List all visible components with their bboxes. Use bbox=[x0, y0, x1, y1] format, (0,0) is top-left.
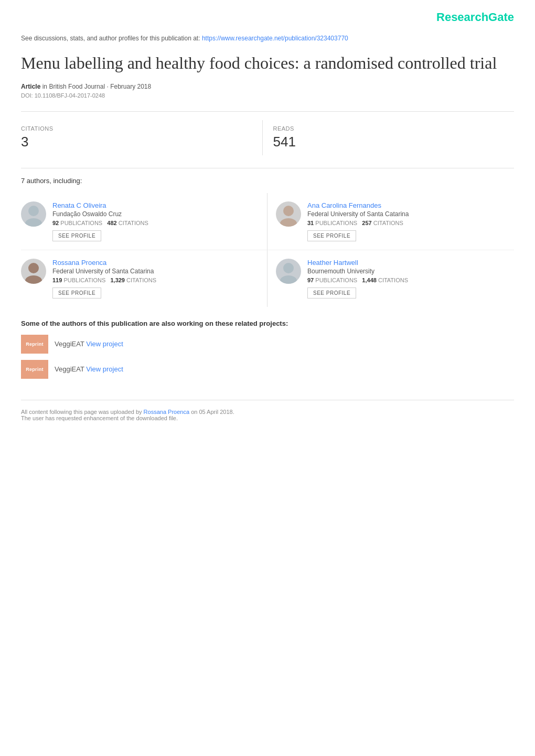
header-logo-area: ResearchGate bbox=[21, 10, 514, 24]
author-info: Renata C Oliveira Fundação Oswaldo Cruz … bbox=[52, 201, 259, 241]
authors-heading: 7 authors, including: bbox=[21, 177, 514, 185]
project-thumbnail: Reprint bbox=[21, 335, 48, 354]
stats-row: CITATIONS 3 READS 541 bbox=[21, 120, 514, 155]
authors-divider bbox=[21, 168, 514, 168]
citations-value: 3 bbox=[21, 134, 252, 150]
footer-line1: All content following this page was uplo… bbox=[21, 409, 514, 415]
svg-point-7 bbox=[280, 275, 297, 284]
author-affiliation: Federal University of Santa Catarina bbox=[52, 268, 259, 275]
author-info: Ana Carolina Fernandes Federal Universit… bbox=[307, 201, 506, 241]
authors-section: 7 authors, including: Renata C Oliveira … bbox=[21, 177, 514, 307]
see-profile-button[interactable]: SEE PROFILE bbox=[52, 288, 101, 299]
author-stats: 97 PUBLICATIONS 1,448 CITATIONS bbox=[307, 277, 506, 283]
reads-value: 541 bbox=[273, 134, 504, 150]
project-item: Reprint VeggiEAT View project bbox=[21, 335, 514, 354]
author-card: Ana Carolina Fernandes Federal Universit… bbox=[268, 193, 514, 250]
project-name: VeggiEAT View project bbox=[55, 365, 123, 373]
article-doi: DOI: 10.1108/BFJ-04-2017-0248 bbox=[21, 92, 514, 99]
related-projects-section: Some of the authors of this publication … bbox=[21, 320, 514, 379]
author-affiliation: Bournemouth University bbox=[307, 268, 506, 275]
author-affiliation: Fundação Oswaldo Cruz bbox=[52, 210, 259, 218]
stats-divider bbox=[21, 111, 514, 112]
reads-block: READS 541 bbox=[263, 120, 515, 155]
author-card: Renata C Oliveira Fundação Oswaldo Cruz … bbox=[21, 193, 268, 250]
svg-point-0 bbox=[28, 206, 39, 216]
author-info: Rossana Proenca Federal University of Sa… bbox=[52, 259, 259, 299]
author-card: Rossana Proenca Federal University of Sa… bbox=[21, 250, 268, 307]
avatar bbox=[276, 201, 301, 227]
avatar bbox=[21, 259, 46, 284]
author-stats: 119 PUBLICATIONS 1,329 CITATIONS bbox=[52, 277, 259, 283]
uploader-link[interactable]: Rossana Proenca bbox=[144, 409, 189, 415]
see-profile-button[interactable]: SEE PROFILE bbox=[307, 288, 356, 299]
avatar bbox=[21, 201, 46, 227]
project-item: Reprint VeggiEAT View project bbox=[21, 360, 514, 379]
svg-point-1 bbox=[25, 218, 42, 227]
see-discussion-bar: See discussions, stats, and author profi… bbox=[21, 35, 514, 42]
author-stats: 92 PUBLICATIONS 482 CITATIONS bbox=[52, 220, 259, 226]
svg-point-6 bbox=[283, 263, 294, 273]
citations-block: CITATIONS 3 bbox=[21, 120, 263, 155]
author-card: Heather Hartwell Bournemouth University … bbox=[268, 250, 514, 307]
researchgate-logo: ResearchGate bbox=[436, 10, 514, 24]
reads-label: READS bbox=[273, 125, 504, 132]
see-profile-button[interactable]: SEE PROFILE bbox=[52, 230, 101, 241]
author-name[interactable]: Renata C Oliveira bbox=[52, 201, 259, 209]
author-info: Heather Hartwell Bournemouth University … bbox=[307, 259, 506, 299]
svg-point-4 bbox=[28, 263, 39, 273]
see-profile-button[interactable]: SEE PROFILE bbox=[307, 230, 356, 241]
author-name[interactable]: Rossana Proenca bbox=[52, 259, 259, 267]
author-name[interactable]: Heather Hartwell bbox=[307, 259, 506, 267]
project-thumbnail: Reprint bbox=[21, 360, 48, 379]
discussion-url-link[interactable]: https://www.researchgate.net/publication… bbox=[202, 35, 348, 42]
footer-line2: The user has requested enhancement of th… bbox=[21, 415, 514, 421]
article-title: Menu labelling and healthy food choices:… bbox=[21, 52, 514, 74]
svg-point-5 bbox=[25, 275, 42, 284]
footer: All content following this page was uplo… bbox=[21, 400, 514, 421]
avatar bbox=[276, 259, 301, 284]
author-stats: 31 PUBLICATIONS 257 CITATIONS bbox=[307, 220, 506, 226]
svg-point-3 bbox=[280, 218, 297, 227]
related-projects-heading: Some of the authors of this publication … bbox=[21, 320, 514, 327]
authors-grid: Renata C Oliveira Fundação Oswaldo Cruz … bbox=[21, 193, 514, 307]
article-meta: Article in British Food Journal · Februa… bbox=[21, 83, 514, 90]
author-affiliation: Federal University of Santa Catarina bbox=[307, 210, 506, 218]
view-project-link[interactable]: View project bbox=[86, 340, 123, 348]
view-project-link[interactable]: View project bbox=[86, 365, 123, 373]
author-name[interactable]: Ana Carolina Fernandes bbox=[307, 201, 506, 209]
project-name: VeggiEAT View project bbox=[55, 340, 123, 348]
svg-point-2 bbox=[283, 206, 294, 216]
citations-label: CITATIONS bbox=[21, 125, 252, 132]
